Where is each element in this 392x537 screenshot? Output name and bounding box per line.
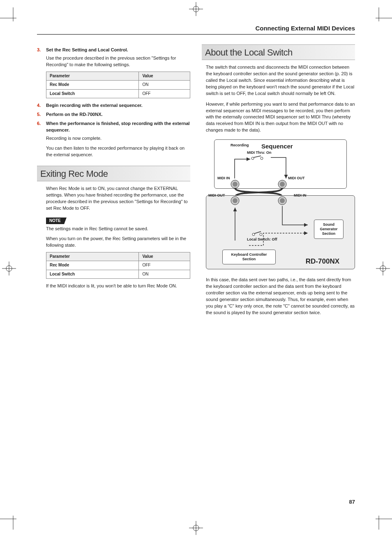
local-switch-diagram: Recording Sequencer MIDI Thru: On MIDI I…: [206, 139, 355, 271]
switch-icon: [251, 231, 267, 236]
midi-port-icon: [278, 196, 287, 205]
section-exiting-rec-mode: Exiting Rec Mode: [37, 166, 190, 181]
step-number: 6.: [37, 120, 46, 134]
svg-point-8: [233, 182, 238, 187]
params-table-2: ParameterValue Rec ModeOFF Local SwitchO…: [46, 252, 190, 279]
midi-in-label: MIDI IN: [294, 193, 307, 198]
svg-point-12: [233, 198, 238, 203]
rd-700nx-label: RD-700NX: [306, 257, 339, 267]
right-column: About the Local Switch The switch that c…: [202, 44, 355, 320]
body-text: However, if while performing you want to…: [206, 101, 355, 134]
svg-line-17: [254, 231, 261, 234]
step-para: Recording is now complete.: [46, 135, 190, 142]
sound-gen-box: Sound Generator Section: [314, 220, 344, 238]
body-text: If the MIDI indicator is lit, you won't …: [46, 283, 190, 289]
recording-label: Recording: [231, 143, 249, 148]
step-number: 5.: [37, 111, 46, 118]
step-title: When the performance is finished, stop r…: [46, 120, 190, 134]
svg-point-14: [280, 198, 285, 203]
midi-out-label: MIDI OUT: [288, 176, 305, 181]
body-text: The switch that connects and disconnects…: [206, 64, 355, 97]
note-label: NOTE: [46, 218, 64, 225]
step-number: 4.: [37, 102, 46, 109]
step-5: 5. Perform on the RD-700NX.: [37, 111, 190, 118]
step-title: Perform on the RD-700NX.: [46, 111, 190, 118]
step-number: 3.: [37, 47, 46, 53]
keyboard-controller-box: Keyboard Controller Section: [222, 250, 276, 264]
table-row: Local SwitchOFF: [46, 89, 190, 98]
th-param: Parameter: [46, 72, 139, 81]
body-text: In this case, the data sent over two pat…: [206, 277, 355, 316]
left-column: 3. Set the Rec Setting and Local Control…: [37, 44, 190, 320]
table-row: Rec ModeON: [46, 81, 190, 90]
th-value: Value: [139, 72, 190, 81]
page-number: 87: [349, 499, 355, 505]
running-head: Connecting External MIDI Devices: [37, 25, 355, 35]
section-about-local-switch: About the Local Switch: [202, 44, 355, 60]
step-title: Set the Rec Setting and Local Control.: [46, 47, 190, 53]
svg-point-10: [280, 182, 285, 187]
step-para: You can then listen to the recorded perf…: [46, 145, 190, 158]
step-4: 4. Begin recording with the external seq…: [37, 102, 190, 109]
params-table-1: ParameterValue Rec ModeON Local SwitchOF…: [46, 72, 190, 99]
step-title: Begin recording with the external sequen…: [46, 102, 190, 109]
th-value: Value: [139, 252, 190, 261]
sequencer-label: Sequencer: [261, 142, 293, 151]
note-text: When you turn on the power, the Rec Sett…: [46, 236, 190, 249]
table-row: Rec ModeOFF: [46, 261, 190, 270]
midi-port-icon: [278, 180, 287, 189]
midi-port-icon: [231, 180, 240, 189]
svg-point-16: [260, 233, 262, 236]
midi-port-icon: [231, 196, 240, 205]
step-6: 6. When the performance is finished, sto…: [37, 120, 190, 134]
body-text: When Rec Mode is set to ON, you cannot c…: [46, 185, 190, 212]
note-text: The settings made in Rec Setting cannot …: [46, 226, 190, 232]
th-param: Parameter: [46, 252, 139, 261]
step-para: Use the procedure described in the previ…: [46, 55, 190, 68]
local-switch-label: Local Switch: Off: [247, 237, 277, 242]
step-3: 3. Set the Rec Setting and Local Control…: [37, 47, 190, 53]
table-row: Local SwitchON: [46, 270, 190, 279]
midi-out-label: MIDI OUT: [208, 193, 225, 198]
midi-in-label: MIDI IN: [217, 176, 230, 181]
